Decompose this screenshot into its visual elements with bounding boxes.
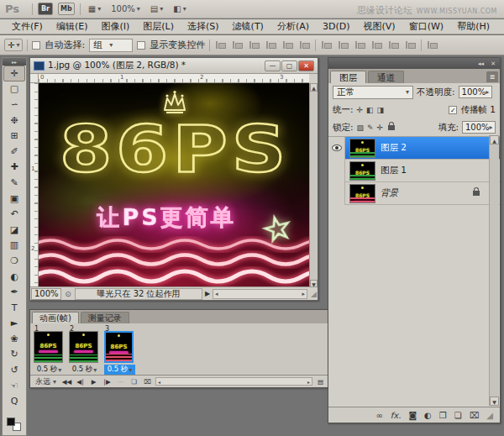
auto-select-dropdown[interactable]: 组 ▾ [89,39,133,52]
auto-align-layers-icon[interactable] [427,40,438,50]
tool-gradient[interactable]: ▥ [3,238,26,254]
play-button[interactable]: ▶ [88,378,99,386]
align-bottom-icon[interactable] [249,40,260,50]
tab-animation-frames[interactable]: 动画(帧) [32,312,79,323]
status-zoom-field[interactable]: 100% [31,288,61,300]
tween-button[interactable]: ⋯ [115,378,126,386]
loop-dropdown[interactable]: 永远 ▾ [33,376,59,386]
status-arrow-button[interactable]: ▶ [202,290,213,297]
minimize-button[interactable]: — [265,60,281,71]
canvas[interactable]: 86PS 让PS更简单 ☆ [39,83,311,288]
panel-menu-icon[interactable]: ≣ [486,71,498,82]
visibility-toggle[interactable] [328,160,345,182]
layer-row-background[interactable]: 86PS 背景 [328,182,500,205]
maximize-button[interactable]: ▢ [281,60,297,71]
scroll-right-icon[interactable]: ▸ [307,379,310,385]
distribute-right-icon[interactable] [405,40,416,50]
close-icon[interactable]: ✕ [491,60,496,67]
scroll-up-icon[interactable]: ▲ [310,83,318,92]
color-swatches[interactable] [7,418,24,432]
tools-panel-collapse[interactable]: ▸▸ [3,58,26,66]
screen-mode-button[interactable]: ◧ ▾ [171,4,188,13]
menu-window[interactable]: 窗口(W) [402,19,450,34]
tool-quick-select[interactable]: ❉ [3,113,26,129]
frame-duration[interactable]: 0.5 秒 ▾ [34,365,65,375]
view-extras-button[interactable]: ▤ ▾ [148,4,165,13]
menu-3d[interactable]: 3D(D) [316,19,357,34]
menu-analysis[interactable]: 分析(A) [270,19,316,34]
fill-field[interactable]: 100% ▸ [462,121,496,134]
bridge-button[interactable]: Br [38,3,53,15]
add-mask-button[interactable]: ◙ [408,411,417,420]
document-title-bar[interactable]: 1.jpg @ 100% (图层 2, RGB/8) * — ▢ ✕ [30,58,318,74]
visibility-toggle[interactable] [328,182,345,205]
lock-position-icon[interactable]: ✛ [377,123,384,132]
layer-name[interactable]: 背景 [381,187,500,199]
tool-healing-brush[interactable]: ✚ [3,160,26,176]
layers-scrollbar[interactable]: ▲ ▼ [489,135,499,406]
scroll-down-icon[interactable]: ▼ [490,397,499,406]
distribute-top-icon[interactable] [321,40,332,50]
layer-thumbnail[interactable]: 86PS [349,184,375,203]
tool-brush[interactable]: ✎ [3,175,26,191]
frame-duration[interactable]: 0.5 秒 ▾ [104,365,135,375]
zoom-level-dropdown[interactable]: 100% ▾ [108,4,143,13]
tool-3d-orbit[interactable]: ↺ [3,362,26,378]
tool-eyedropper[interactable]: ✐ [3,144,26,160]
delete-frame-button[interactable]: ⌧ [142,378,153,386]
link-layers-button[interactable]: ∞ [375,411,382,420]
animation-scrollbar[interactable]: ◂ ▸ [155,377,312,386]
menu-help[interactable]: 帮助(H) [450,19,496,34]
tool-custom-shape[interactable]: ❀ [3,331,26,347]
layer-thumbnail[interactable]: 86PS [349,161,375,181]
new-layer-button[interactable]: ❏ [454,411,462,420]
menu-image[interactable]: 图像(I) [94,19,136,34]
layer-style-button[interactable]: fx. [391,411,402,420]
previous-frame-button[interactable]: ◀| [75,378,86,386]
mini-bridge-button[interactable]: Mb [58,3,75,15]
unify-visibility-icon[interactable]: ◧ [366,106,374,114]
menu-filter[interactable]: 滤镜(T) [226,19,270,34]
distribute-left-icon[interactable] [371,40,382,50]
frame-thumbnail[interactable]: 86PS [104,331,134,363]
tool-type[interactable]: T [3,300,26,316]
visibility-toggle[interactable] [328,137,345,160]
tool-zoom[interactable]: Q [3,393,26,409]
adjustment-layer-button[interactable]: ◐ [424,411,432,420]
show-transform-checkbox[interactable] [137,41,145,50]
lock-transparency-icon[interactable]: ▨ [357,123,365,132]
menu-file[interactable]: 文件(F) [5,19,50,34]
collapse-icon[interactable]: ◂◂ [478,60,484,67]
align-vcenter-icon[interactable] [232,40,243,50]
frame-2[interactable]: 2 86PS 0.5 秒 ▾ [69,325,100,375]
tab-layers[interactable]: 图层 [330,71,366,83]
foreground-color[interactable] [7,418,15,426]
tool-preset-button[interactable]: ✛ ▾ [4,39,23,51]
delete-layer-button[interactable]: ⌧ [470,411,480,420]
scroll-right-icon[interactable]: ▸ [302,291,305,297]
tool-eraser[interactable]: ◪ [3,222,26,238]
scroll-left-icon[interactable]: ◂ [158,379,160,385]
distribute-vcenter-icon[interactable] [338,40,349,50]
distribute-bottom-icon[interactable] [354,40,365,50]
propagate-checkbox[interactable]: ✓ [449,106,457,114]
frame-thumbnail[interactable]: 86PS [34,331,63,363]
resize-grip-icon[interactable]: ◢ [307,290,318,298]
layer-name[interactable]: 图层 1 [381,165,500,176]
lock-all-icon[interactable] [388,125,395,130]
new-frame-button[interactable]: ❏ [129,378,139,386]
tool-path-select[interactable]: ► [3,316,26,332]
tool-dodge[interactable]: ◐ [3,269,26,285]
opacity-field[interactable]: 100% ▸ [459,86,492,98]
layer-row-1[interactable]: 86PS 图层 1 [328,160,500,182]
tool-hand[interactable]: ☜ [3,378,26,394]
auto-select-checkbox[interactable] [32,41,40,50]
menu-select[interactable]: 选择(S) [181,19,226,34]
vertical-scrollbar[interactable]: ▲ ▼ [309,83,318,288]
menu-view[interactable]: 视图(V) [357,19,402,34]
distribute-hcenter-icon[interactable] [388,40,399,50]
blend-mode-dropdown[interactable]: 正常 ▾ [333,86,413,99]
lock-pixels-icon[interactable]: ✎ [367,123,374,132]
frame-thumbnail[interactable]: 86PS [69,331,98,363]
convert-timeline-button[interactable]: ▤ [315,378,326,386]
